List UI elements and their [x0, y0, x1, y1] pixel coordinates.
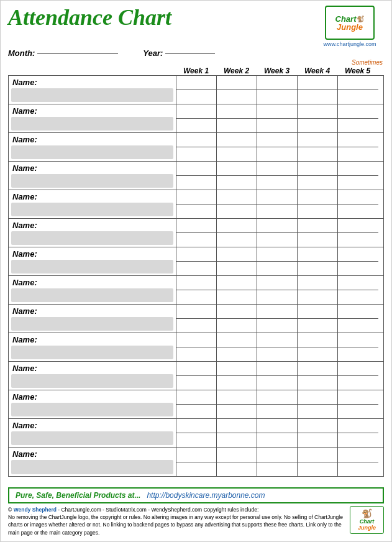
- chart-container: Name: Name:: [8, 75, 384, 484]
- weeks-cells: [176, 276, 383, 304]
- name-section: Name:: [9, 390, 176, 418]
- week1-header: Week 1: [176, 67, 216, 75]
- name-input-area[interactable]: [11, 145, 173, 159]
- page-title: Attendance Chart: [8, 6, 171, 30]
- name-section: Name:: [9, 190, 176, 218]
- chart-grid: Name: Name:: [8, 75, 384, 477]
- page: Attendance Chart Chart 🐒 Jungle www.char…: [0, 0, 392, 542]
- name-input-area[interactable]: [11, 231, 173, 245]
- footer-text1: - ChartJungle.com - StudioMatrix.com - W…: [57, 507, 258, 513]
- table-row: Name:: [9, 419, 383, 448]
- table-row: Name:: [9, 190, 383, 219]
- footer-text2: No removing the ChartJungle logo, the co…: [8, 514, 343, 536]
- footer-area: © Wendy Shepherd - ChartJungle.com - Stu…: [8, 506, 384, 536]
- name-section: Name:: [9, 305, 176, 333]
- name-label: Name:: [9, 390, 176, 402]
- name-input-area[interactable]: [11, 403, 173, 416]
- table-row: Name:: [9, 247, 383, 276]
- banner-safe-text: Pure, Safe, Beneficial Products at...: [16, 491, 140, 500]
- month-label: Month:: [8, 48, 35, 58]
- weeks-cells: [176, 133, 383, 161]
- weeks-cells: [176, 219, 383, 247]
- weeks-cells: [176, 362, 383, 390]
- table-row: Name:: [9, 448, 383, 476]
- weeks-cells: [176, 247, 383, 275]
- name-label: Name:: [9, 419, 176, 431]
- name-label: Name:: [9, 76, 176, 88]
- logo-box: Chart 🐒 Jungle: [325, 6, 375, 40]
- name-section: Name:: [9, 333, 176, 361]
- month-underline: [37, 53, 118, 53]
- table-row: Name:: [9, 104, 383, 133]
- name-section: Name:: [9, 162, 176, 190]
- name-label: Name:: [9, 247, 176, 259]
- weeks-cells: [176, 390, 383, 418]
- banner-row: Pure, Safe, Beneficial Products at... ht…: [8, 487, 384, 503]
- header-row: Attendance Chart Chart 🐒 Jungle www.char…: [8, 6, 384, 47]
- name-input-area[interactable]: [11, 288, 173, 302]
- weeks-cells: [176, 190, 383, 218]
- banner-link[interactable]: http://bodyskincare.myarbonne.com: [147, 491, 265, 500]
- table-row: Name:: [9, 276, 383, 305]
- month-field: Month:: [8, 48, 118, 58]
- name-label: Name:: [9, 448, 176, 459]
- table-row: Name:: [9, 390, 383, 419]
- week2-header: Week 2: [216, 67, 257, 75]
- logo-url: www.chartjungle.com: [323, 41, 376, 47]
- name-section: Name:: [9, 247, 176, 275]
- name-input-area[interactable]: [11, 346, 173, 359]
- week4-header: Week 4: [297, 67, 337, 75]
- year-underline: [165, 53, 215, 53]
- week-col-3: [257, 76, 298, 104]
- name-label: Name:: [9, 219, 176, 231]
- table-row: Name:: [9, 76, 383, 104]
- weeks-cells: [176, 419, 383, 447]
- table-row: Name:: [9, 162, 383, 190]
- table-row: Name:: [9, 219, 383, 247]
- name-input-area[interactable]: [11, 203, 173, 216]
- week-col-4: [298, 76, 338, 104]
- week-col-5: [338, 76, 378, 104]
- logo-chart-text: Chart: [335, 15, 357, 23]
- weeks-cells: [176, 76, 383, 104]
- week5-header: Week 5: [337, 67, 378, 75]
- week3-header: Week 3: [257, 67, 297, 75]
- weeks-cells: [176, 333, 383, 361]
- name-label: Name:: [9, 362, 176, 374]
- table-row: Name:: [9, 333, 383, 362]
- weeks-cells: [176, 448, 383, 476]
- week-col-1: [176, 76, 217, 104]
- name-input-area[interactable]: [11, 117, 173, 131]
- name-section: Name:: [9, 219, 176, 247]
- name-section: Name:: [9, 362, 176, 390]
- name-input-area[interactable]: [11, 317, 173, 331]
- table-row: Name:: [9, 133, 383, 162]
- footer-logo-chart: Chart: [360, 518, 375, 525]
- name-section: Name:: [9, 76, 176, 104]
- footer-logo: 🐒 Chart Jungle: [350, 506, 384, 534]
- table-row: Name:: [9, 362, 383, 390]
- name-input-area[interactable]: [11, 460, 173, 474]
- name-label: Name:: [9, 133, 176, 145]
- name-input-area[interactable]: [11, 374, 173, 388]
- week-col-2: [217, 76, 257, 104]
- weeks-cells: [176, 162, 383, 190]
- name-label: Name:: [9, 104, 176, 116]
- name-section: Name:: [9, 104, 176, 132]
- sometimes-label: Sometimes: [8, 59, 384, 66]
- weeks-header: Week 1 Week 2 Week 3 Week 4 Week 5: [176, 67, 384, 75]
- logo-area: Chart 🐒 Jungle www.chartjungle.com: [316, 6, 384, 47]
- table-row: Name:: [9, 305, 383, 333]
- footer-logo-jungle: Jungle: [358, 525, 376, 531]
- name-input-area[interactable]: [11, 260, 173, 273]
- year-field: Year:: [143, 48, 215, 58]
- copyright-name: Wendy Shepherd: [14, 507, 57, 513]
- name-section: Name:: [9, 448, 176, 476]
- footer-text: © Wendy Shepherd - ChartJungle.com - Stu…: [8, 506, 346, 536]
- name-input-area[interactable]: [11, 174, 173, 188]
- name-section: Name:: [9, 133, 176, 161]
- name-input-area[interactable]: [11, 88, 173, 102]
- weeks-cells: [176, 104, 383, 132]
- name-label: Name:: [9, 305, 176, 316]
- name-input-area[interactable]: [11, 431, 173, 445]
